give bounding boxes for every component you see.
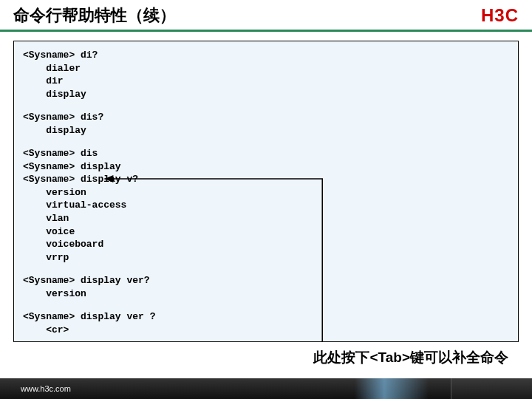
terminal-output: <Sysname> di? dialer dir display <Sysnam… <box>13 41 519 342</box>
cli-block-4: <Sysname> display ver? version <box>23 274 509 300</box>
slide-footer: www.h3c.com <box>0 378 532 399</box>
cli-block-2: <Sysname> dis? display <box>23 111 509 137</box>
footer-accent <box>355 378 429 399</box>
footer-url: www.h3c.com <box>21 384 71 393</box>
slide-header: 命令行帮助特性（续） H3C <box>0 0 532 32</box>
cli-block-5: <Sysname> display ver ? <cr> <box>23 310 509 336</box>
h3c-logo: H3C <box>481 5 519 26</box>
tab-hint-note: 此处按下<Tab>键可以补全命令 <box>0 347 532 367</box>
page-title: 命令行帮助特性（续） <box>13 4 176 27</box>
cli-block-3: <Sysname> dis <Sysname> display <Sysname… <box>23 147 509 264</box>
footer-right-panel <box>451 378 532 399</box>
cli-block-1: <Sysname> di? dialer dir display <box>23 49 509 100</box>
